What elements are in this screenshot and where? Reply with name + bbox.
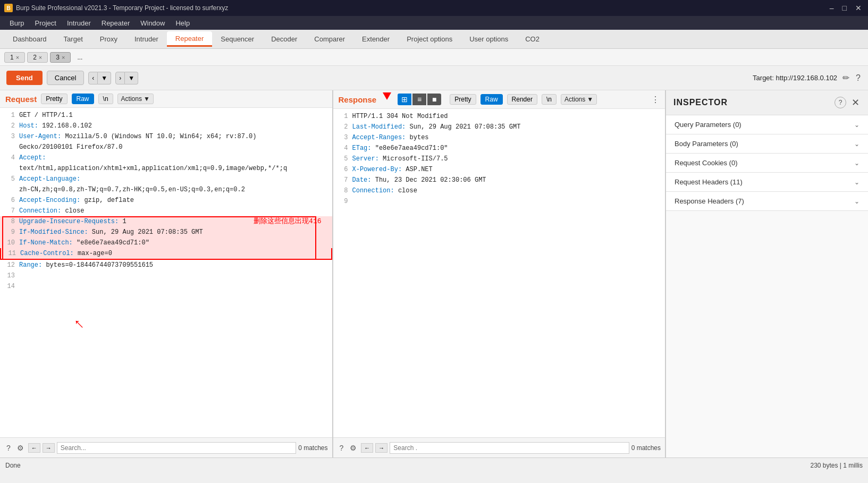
tab-sequencer[interactable]: Sequencer	[212, 32, 263, 46]
next-dropdown[interactable]: ▼	[125, 72, 138, 84]
request-line-3: 3 User-Agent: Mozilla/5.0 (Windows NT 10…	[0, 131, 332, 142]
close-tab-1[interactable]: ×	[16, 54, 19, 61]
response-line-5: 5 Server: Microsoft-IIS/7.5	[333, 154, 665, 164]
send-button[interactable]: Send	[6, 71, 43, 85]
response-search-next-btn[interactable]: →	[375, 443, 387, 453]
res-headers-chevron-icon: ⌄	[854, 198, 859, 205]
request-line-3b: Gecko/20100101 Firefox/87.0	[0, 142, 332, 152]
arrow-annotation: →	[70, 315, 89, 334]
request-line-10: 10 If-None-Match: "e8e6e7aea49cd71:0"	[0, 238, 332, 248]
request-actions-dropdown[interactable]: Actions ▼	[117, 94, 154, 104]
tab-comparer[interactable]: Comparer	[306, 32, 353, 46]
response-code-area[interactable]: 1 HTTP/1.1 304 Not Modified 2 Last-Modif…	[333, 109, 665, 437]
repeater-tab-1[interactable]: 1 ×	[4, 52, 25, 63]
status-bar: Done 230 bytes | 1 millis	[0, 457, 868, 472]
request-line-14: 14	[0, 281, 332, 292]
main-tab-bar: Dashboard Target Proxy Intruder Repeater…	[0, 30, 868, 49]
request-panel-header: Request Pretty Raw \n Actions ▼	[0, 90, 332, 108]
menu-help[interactable]: Help	[170, 18, 195, 28]
response-settings-search-btn[interactable]: ⚙	[348, 443, 359, 453]
request-pretty-btn[interactable]: Pretty	[41, 94, 67, 104]
repeater-tabs: 1 × 2 × 3 × ...	[0, 49, 868, 66]
tab-decoder[interactable]: Decoder	[263, 32, 306, 46]
response-line-9: 9	[333, 196, 665, 207]
view-list-btn[interactable]: ≡	[412, 94, 426, 105]
view-buttons: ⊞ ≡ ■	[398, 94, 441, 105]
next-button[interactable]: ›	[115, 72, 125, 84]
more-tabs[interactable]: ...	[73, 53, 87, 62]
prev-button[interactable]: ‹	[88, 72, 98, 84]
request-panel: Request Pretty Raw \n Actions ▼ 1 GET / …	[0, 90, 333, 457]
response-actions-dropdown[interactable]: Actions ▼	[561, 94, 597, 105]
cancel-button[interactable]: Cancel	[47, 71, 84, 85]
response-line-4: 4 ETag: "e8e6e7aea49cd71:0"	[333, 143, 665, 154]
tab-user-options[interactable]: User options	[461, 32, 517, 46]
inspector-section-cookies-header[interactable]: Request Cookies (0) ⌄	[666, 154, 868, 172]
status-info: 230 bytes | 1 millis	[811, 462, 863, 469]
response-line-1: 1 HTTP/1.1 304 Not Modified	[333, 111, 665, 122]
inspector-section-query: Query Parameters (0) ⌄	[666, 115, 868, 134]
response-raw-btn[interactable]: Raw	[481, 94, 503, 105]
app-icon: B	[4, 4, 13, 12]
close-tab-2[interactable]: ×	[39, 54, 42, 61]
response-pretty-btn[interactable]: Pretty	[450, 94, 476, 105]
request-code-area[interactable]: 1 GET / HTTP/1.1 2 Host: 192.168.0.102 3…	[0, 108, 332, 437]
request-line-7: 7 Connection: close	[0, 206, 332, 216]
request-search-next-btn[interactable]: →	[43, 443, 55, 453]
tab-intruder[interactable]: Intruder	[126, 32, 167, 46]
minimize-button[interactable]: –	[828, 4, 836, 12]
tab-repeater[interactable]: Repeater	[167, 31, 212, 47]
tab-co2[interactable]: CO2	[517, 32, 548, 46]
toolbar: Send Cancel ‹ ▼ › ▼ Target: http://192.1…	[0, 66, 868, 90]
view-split-btn[interactable]: ⊞	[398, 94, 411, 105]
query-chevron-icon: ⌄	[854, 121, 859, 129]
request-line-4b: text/html,application/xhtml+xml,applicat…	[0, 163, 332, 174]
tab-target[interactable]: Target	[55, 32, 91, 46]
request-raw-btn[interactable]: Raw	[72, 94, 94, 104]
request-title: Request	[5, 95, 37, 104]
inspector-section-body-label: Body Parameters (0)	[675, 140, 738, 148]
tab-project-options[interactable]: Project options	[398, 32, 461, 46]
target-info: Target: http://192.168.0.102 ✏ ?	[753, 72, 862, 84]
inspector-section-body-header[interactable]: Body Parameters (0) ⌄	[666, 134, 868, 153]
response-search-prev-btn[interactable]: ←	[361, 443, 373, 453]
response-render-btn[interactable]: Render	[507, 94, 537, 105]
menu-burp[interactable]: Burp	[4, 18, 29, 28]
inspector-section-body: Body Parameters (0) ⌄	[666, 134, 868, 154]
edit-target-button[interactable]: ✏	[841, 72, 850, 84]
response-search-input[interactable]	[390, 442, 629, 454]
repeater-tab-3[interactable]: 3 ×	[50, 52, 71, 63]
menu-repeater[interactable]: Repeater	[96, 18, 135, 28]
menu-window[interactable]: Window	[135, 18, 170, 28]
request-search-input[interactable]	[57, 442, 296, 454]
inspector-section-req-headers-header[interactable]: Request Headers (11) ⌄	[666, 173, 868, 191]
response-title: Response	[339, 95, 377, 104]
request-newline-btn[interactable]: \n	[98, 94, 113, 104]
inspector-title: INSPECTOR	[673, 98, 728, 107]
close-tab-3[interactable]: ×	[62, 54, 65, 61]
prev-dropdown[interactable]: ▼	[98, 72, 111, 84]
request-line-5b: zh-CN,zh;q=0.8,zh-TW;q=0.7,zh-HK;q=0.5,e…	[0, 184, 332, 195]
maximize-button[interactable]: □	[840, 4, 849, 12]
inspector-section-query-header[interactable]: Query Parameters (0) ⌄	[666, 115, 868, 134]
request-search-prev-btn[interactable]: ←	[28, 443, 40, 453]
request-settings-search-btn[interactable]: ⚙	[15, 443, 26, 453]
response-menu-dots[interactable]: ⋮	[651, 95, 660, 105]
tab-extender[interactable]: Extender	[353, 32, 398, 46]
close-button[interactable]: ✕	[853, 4, 864, 12]
inspector-section-res-headers-header[interactable]: Response Headers (7) ⌄	[666, 192, 868, 210]
menu-project[interactable]: Project	[29, 18, 61, 28]
response-newline-btn[interactable]: \n	[542, 94, 557, 105]
tab-proxy[interactable]: Proxy	[91, 32, 126, 46]
response-help-search-btn[interactable]: ?	[338, 443, 346, 453]
tab-dashboard[interactable]: Dashboard	[4, 32, 55, 46]
menu-intruder[interactable]: Intruder	[62, 18, 96, 28]
response-line-3: 3 Accept-Ranges: bytes	[333, 132, 665, 143]
request-help-search-btn[interactable]: ?	[4, 443, 13, 453]
req-headers-chevron-icon: ⌄	[854, 179, 859, 186]
view-full-btn[interactable]: ■	[427, 94, 441, 105]
repeater-tab-2[interactable]: 2 ×	[27, 52, 48, 63]
inspector-help-btn[interactable]: ?	[835, 97, 846, 108]
help-target-button[interactable]: ?	[855, 72, 862, 84]
inspector-close-btn[interactable]: ✕	[850, 96, 861, 109]
